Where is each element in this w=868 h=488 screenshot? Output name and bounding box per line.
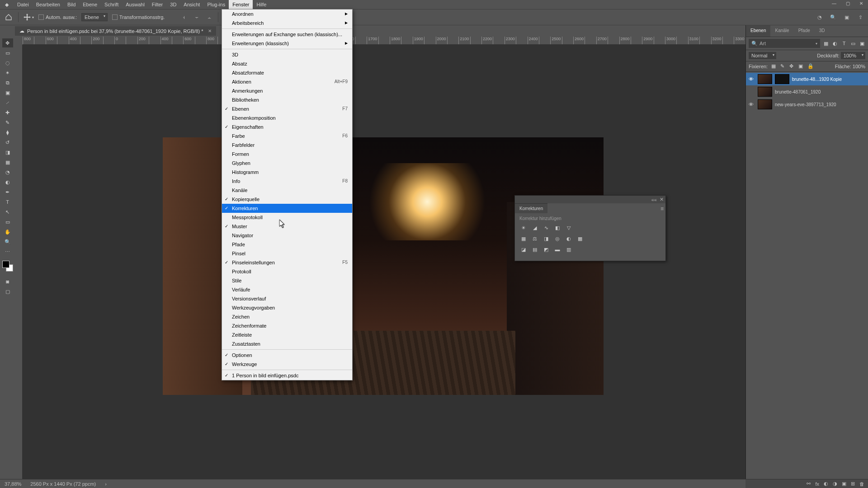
color-lookup-icon[interactable]: ▩ — [576, 235, 584, 243]
maximize-icon[interactable]: ▢ — [843, 1, 853, 7]
menu-hilfe[interactable]: Hilfe — [253, 0, 270, 9]
layer-mask-thumbnail[interactable] — [775, 74, 789, 84]
layer-target-select[interactable]: Ebene — [81, 13, 108, 21]
hand-tool[interactable]: ✋ — [2, 227, 13, 236]
invert-icon[interactable]: ◪ — [519, 245, 528, 253]
layer-style-icon[interactable]: fx — [815, 481, 819, 487]
color-swatches[interactable] — [2, 261, 13, 272]
threshold-icon[interactable]: ◩ — [542, 245, 550, 253]
bw-icon[interactable]: ◨ — [542, 235, 550, 243]
close-tab-icon[interactable]: ✕ — [208, 28, 212, 33]
fill-input[interactable]: 100% — [853, 64, 865, 69]
magic-wand-tool[interactable]: ✶ — [2, 68, 13, 77]
menu-ansicht[interactable]: Ansicht — [180, 0, 203, 9]
menuitem-3d[interactable]: 3D — [222, 50, 352, 59]
move-tool[interactable]: ✥ — [2, 38, 13, 47]
delete-layer-icon[interactable]: 🗑 — [859, 481, 864, 487]
menu-schrift[interactable]: Schrift — [101, 0, 122, 9]
menuitem-erweiterungen-klassisch-[interactable]: Erweiterungen (klassisch)▶ — [222, 39, 352, 48]
search-icon[interactable]: 🔍 — [829, 13, 837, 21]
canvas[interactable] — [23, 45, 745, 479]
crop-tool[interactable]: ⧉ — [2, 78, 13, 87]
lock-pixels-icon[interactable]: ✎ — [780, 63, 787, 70]
menuitem-bibliotheken[interactable]: Bibliotheken — [222, 95, 352, 104]
path-select-tool[interactable]: ↖ — [2, 207, 13, 216]
layer-thumbnail[interactable] — [758, 74, 772, 84]
zoom-level[interactable]: 37,88% — [5, 481, 21, 487]
lock-artboard-icon[interactable]: ▣ — [798, 63, 805, 70]
color-balance-icon[interactable]: ⚖ — [531, 235, 539, 243]
layer-name[interactable]: new-years-eve-3897713_1920 — [775, 102, 836, 107]
frame-tool[interactable]: ▣ — [2, 88, 13, 97]
menuitem-1-person-in-bild-einf-gen-psdc[interactable]: ✓1 Person in bild einfügen.psdc — [222, 371, 352, 380]
tab-pfade[interactable]: Pfade — [794, 25, 815, 37]
menuitem-zeichen[interactable]: Zeichen — [222, 312, 352, 321]
tab-kanäle[interactable]: Kanäle — [770, 25, 793, 37]
menuitem-formen[interactable]: Formen — [222, 150, 352, 159]
menuitem-messprotokoll[interactable]: Messprotokoll — [222, 213, 352, 222]
menu-bild[interactable]: Bild — [64, 0, 79, 9]
screen-mode-icon[interactable]: ▢ — [2, 287, 13, 296]
menu-ebene[interactable]: Ebene — [79, 0, 101, 9]
document-dimensions[interactable]: 2560 Px x 1440 Px (72 ppcm) — [30, 481, 96, 487]
menuitem-zeitleiste[interactable]: Zeitleiste — [222, 330, 352, 339]
selective-color-icon[interactable]: ▥ — [565, 245, 573, 253]
filter-shape-icon[interactable]: ▭ — [850, 40, 856, 47]
levels-icon[interactable]: ◢ — [531, 224, 539, 232]
new-layer-icon[interactable]: ⊞ — [851, 481, 855, 487]
menuitem-versionsverlauf[interactable]: Versionsverlauf — [222, 294, 352, 303]
lasso-tool[interactable]: ◌ — [2, 58, 13, 67]
vibrance-icon[interactable]: ▽ — [565, 224, 573, 232]
layer-thumbnail[interactable] — [758, 99, 772, 109]
menuitem-arbeitsbereich[interactable]: Arbeitsbereich▶ — [222, 19, 352, 28]
lock-transparency-icon[interactable]: ▦ — [771, 63, 778, 70]
filter-type-icon[interactable]: T — [841, 40, 847, 47]
menuitem-anmerkungen[interactable]: Anmerkungen — [222, 86, 352, 95]
eyedropper-tool[interactable]: ⟋ — [2, 98, 13, 107]
layer-mask-icon[interactable]: ◐ — [824, 481, 828, 487]
home-icon[interactable] — [4, 12, 14, 22]
gradient-tool[interactable]: ▦ — [2, 158, 13, 167]
menuitem-optionen[interactable]: ✓Optionen — [222, 351, 352, 360]
menuitem-stile[interactable]: Stile — [222, 276, 352, 285]
menuitem-absatz[interactable]: Absatz — [222, 59, 352, 68]
menuitem-zeichenformate[interactable]: Zeichenformate — [222, 321, 352, 330]
filter-pixel-icon[interactable]: ▦ — [823, 40, 829, 47]
menuitem-korrekturen[interactable]: ✓Korrekturen — [222, 204, 352, 213]
transform-controls-checkbox[interactable]: Transformationsstrg. — [112, 14, 165, 20]
share-icon[interactable]: ⇪ — [856, 13, 864, 21]
menuitem-pfade[interactable]: Pfade — [222, 240, 352, 249]
menuitem-histogramm[interactable]: Histogramm — [222, 168, 352, 177]
korrekturen-tab[interactable]: Korrekturen — [515, 203, 547, 213]
exposure-icon[interactable]: ◧ — [553, 224, 561, 232]
menuitem-muster[interactable]: ✓Muster — [222, 222, 352, 231]
close-panel-icon[interactable]: ✕ — [660, 197, 664, 202]
menuitem-ebenenkomposition[interactable]: Ebenenkomposition — [222, 113, 352, 122]
layer-thumbnail[interactable] — [758, 87, 772, 97]
tab-ebenen[interactable]: Ebenen — [746, 25, 770, 37]
history-brush-tool[interactable]: ↺ — [2, 138, 13, 147]
menuitem-kan-le[interactable]: Kanäle — [222, 186, 352, 195]
menu-plug-ins[interactable]: Plug-ins — [203, 0, 229, 9]
new-group-icon[interactable]: ▣ — [842, 481, 846, 487]
visibility-icon[interactable]: 👁 — [749, 76, 755, 82]
workspace-icon[interactable]: ▣ — [843, 13, 851, 21]
new-adjustment-icon[interactable]: ◑ — [833, 481, 837, 487]
quick-mask-icon[interactable]: ◙ — [2, 277, 13, 286]
menuitem-kopierquelle[interactable]: ✓Kopierquelle — [222, 195, 352, 204]
menuitem-zusatztasten[interactable]: Zusatztasten — [222, 339, 352, 348]
menu-fenster[interactable]: Fenster — [229, 0, 253, 9]
type-tool[interactable]: T — [2, 197, 13, 206]
menuitem-navigator[interactable]: Navigator — [222, 231, 352, 240]
menuitem-anordnen[interactable]: Anordnen▶ — [222, 9, 352, 19]
link-layers-icon[interactable]: ⚯ — [807, 481, 811, 487]
lock-position-icon[interactable]: ✥ — [789, 63, 796, 70]
layer-name[interactable]: brunette-487061_1920 — [775, 89, 821, 94]
ps-logo-icon[interactable]: ◆ — [0, 2, 14, 8]
menu-bearbeiten[interactable]: Bearbeiten — [33, 0, 64, 9]
stamp-tool[interactable]: ⧫ — [2, 128, 13, 137]
collapse-panel-icon[interactable]: «« — [651, 197, 657, 202]
lock-all-icon[interactable]: 🔒 — [807, 63, 814, 70]
gradient-map-icon[interactable]: ▬ — [553, 245, 561, 253]
menuitem-eigenschaften[interactable]: ✓Eigenschaften — [222, 122, 352, 131]
